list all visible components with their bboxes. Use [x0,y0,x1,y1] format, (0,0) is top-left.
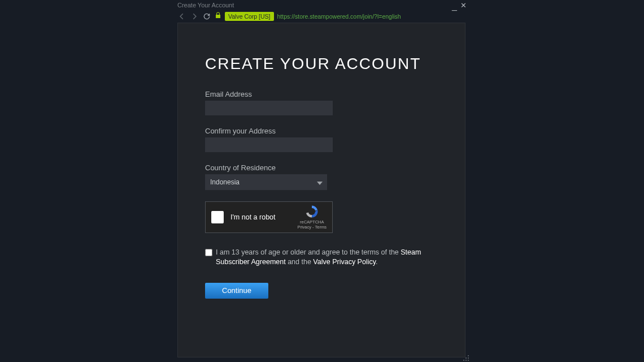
reload-button[interactable] [202,12,211,21]
svg-point-1 [468,357,469,359]
back-button[interactable] [177,12,186,21]
cert-badge[interactable]: Valve Corp [US] [225,12,274,21]
resize-grip[interactable] [463,355,469,361]
email-group: Email Address [205,90,438,115]
address-bar: Valve Corp [US] https://store.steampower… [174,10,470,23]
titlebar: Create Your Account _ ✕ [174,0,470,10]
recaptcha-badge: reCAPTCHA Privacy - Terms [297,205,327,230]
forward-button[interactable] [190,12,199,21]
recaptcha-legal[interactable]: Privacy - Terms [297,225,327,230]
close-button[interactable]: ✕ [460,2,467,9]
agree-text: I am 13 years of age or older and agree … [216,248,438,267]
privacy-policy-link[interactable]: Valve Privacy Policy [313,258,376,266]
app-window: Create Your Account _ ✕ Valve Corp [US] … [174,0,470,362]
recaptcha-label: I'm not a robot [230,213,290,221]
confirm-label: Confirm your Address [205,127,438,135]
svg-point-3 [468,360,469,361]
minimize-button[interactable]: _ [452,2,457,11]
svg-point-5 [463,360,464,361]
confirm-field[interactable] [205,137,333,152]
country-group: Country of Residence Indonesia [205,163,438,190]
page-title: CREATE YOUR ACCOUNT [205,55,438,73]
svg-point-4 [465,360,467,361]
recaptcha-checkbox[interactable] [211,211,224,223]
page-content: CREATE YOUR ACCOUNT Email Address Confir… [177,23,465,357]
email-label: Email Address [205,90,438,98]
recaptcha-widget: I'm not a robot reCAPTCHA Privacy - Term… [205,201,333,233]
continue-button[interactable]: Continue [205,283,268,299]
lock-icon [215,11,221,21]
window-controls: _ ✕ [452,1,467,10]
svg-point-0 [468,355,469,356]
recaptcha-icon [304,205,319,218]
email-field[interactable] [205,101,333,115]
confirm-group: Confirm your Address [205,127,438,152]
window-title: Create Your Account [177,2,234,8]
url-text[interactable]: https://store.steampowered.com/join/?l=e… [277,13,401,20]
agree-row: I am 13 years of age or older and agree … [205,248,438,267]
recaptcha-brand: reCAPTCHA [297,219,327,225]
country-label: Country of Residence [205,163,438,172]
svg-point-2 [465,357,467,359]
country-select[interactable]: Indonesia [205,174,327,190]
agree-checkbox[interactable] [205,249,212,256]
